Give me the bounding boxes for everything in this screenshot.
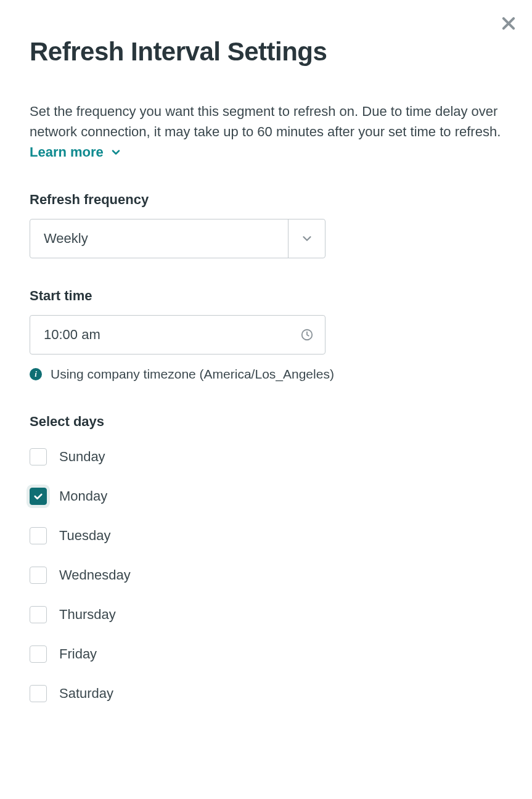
page-title: Refresh Interval Settings <box>30 37 502 67</box>
refresh-frequency-value: Weekly <box>30 231 288 247</box>
day-row-saturday[interactable]: Saturday <box>30 685 502 702</box>
day-label: Friday <box>59 646 97 662</box>
checkbox-saturday[interactable] <box>30 685 47 702</box>
day-label: Monday <box>59 488 107 504</box>
checkbox-tuesday[interactable] <box>30 527 47 544</box>
chevron-down-icon <box>288 219 325 258</box>
refresh-frequency-label: Refresh frequency <box>30 192 502 208</box>
day-row-thursday[interactable]: Thursday <box>30 606 502 623</box>
description-text: Set the frequency you want this segment … <box>30 101 502 162</box>
refresh-frequency-select[interactable]: Weekly <box>30 219 325 258</box>
learn-more-label: Learn more <box>30 142 104 162</box>
checkbox-monday[interactable] <box>30 488 47 505</box>
start-time-input[interactable]: 10:00 am <box>30 315 325 354</box>
close-icon <box>500 15 517 32</box>
day-label: Wednesday <box>59 567 131 583</box>
day-row-tuesday[interactable]: Tuesday <box>30 527 502 544</box>
day-row-monday[interactable]: Monday <box>30 488 502 505</box>
chevron-down-icon <box>110 146 122 158</box>
days-list: SundayMondayTuesdayWednesdayThursdayFrid… <box>30 448 502 702</box>
info-icon: i <box>30 368 42 380</box>
day-row-friday[interactable]: Friday <box>30 645 502 663</box>
timezone-note-row: i Using company timezone (America/Los_An… <box>30 367 502 382</box>
learn-more-link[interactable]: Learn more <box>30 142 122 162</box>
start-time-value: 10:00 am <box>44 327 300 343</box>
checkbox-wednesday[interactable] <box>30 567 47 584</box>
day-row-wednesday[interactable]: Wednesday <box>30 567 502 584</box>
clock-icon <box>300 328 314 342</box>
day-label: Tuesday <box>59 528 111 544</box>
day-label: Thursday <box>59 607 116 623</box>
checkbox-friday[interactable] <box>30 645 47 663</box>
day-row-sunday[interactable]: Sunday <box>30 448 502 465</box>
timezone-note-text: Using company timezone (America/Los_Ange… <box>51 367 334 382</box>
start-time-label: Start time <box>30 288 502 304</box>
close-button[interactable] <box>500 15 517 32</box>
checkbox-sunday[interactable] <box>30 448 47 465</box>
description-body: Set the frequency you want this segment … <box>30 104 501 139</box>
day-label: Sunday <box>59 449 105 465</box>
day-label: Saturday <box>59 686 113 702</box>
checkbox-thursday[interactable] <box>30 606 47 623</box>
select-days-label: Select days <box>30 414 502 430</box>
